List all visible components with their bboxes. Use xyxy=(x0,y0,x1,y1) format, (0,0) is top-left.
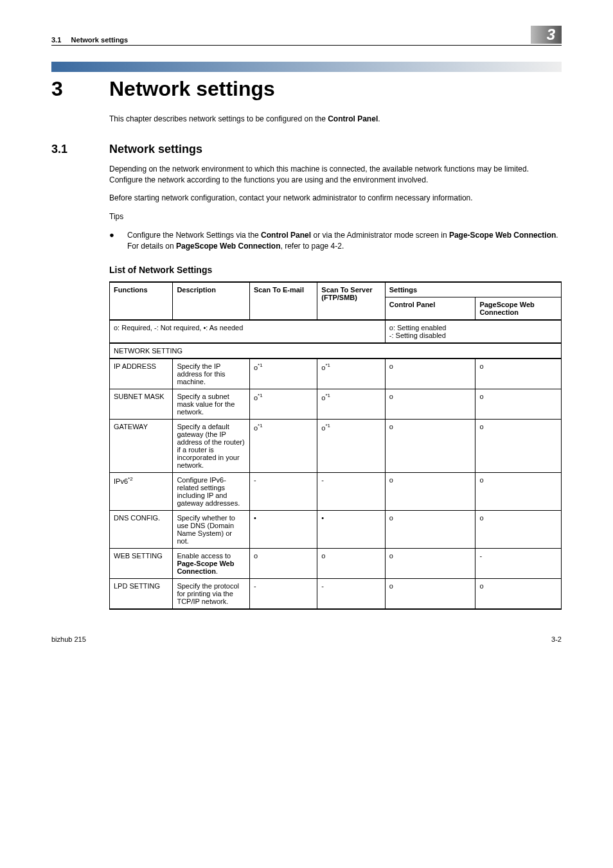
cell-scan-server: o*1 xyxy=(317,359,385,389)
cell-scan-email: - xyxy=(249,578,317,609)
cell-control-panel: o xyxy=(385,510,475,548)
col-control-panel: Control Panel xyxy=(385,297,475,320)
cell-control-panel: o xyxy=(385,578,475,609)
table-heading: List of Network Settings xyxy=(109,265,562,275)
table-row: LPD SETTINGSpecify the protocol for prin… xyxy=(110,578,562,609)
section-p2: Before starting network configuration, c… xyxy=(109,193,562,204)
cell-description: Configure IPv6-related settings includin… xyxy=(173,472,250,510)
cell-function: DNS CONFIG. xyxy=(110,510,173,548)
cell-scan-server: • xyxy=(317,510,385,548)
chapter-number: 3 xyxy=(51,77,109,101)
gradient-divider xyxy=(51,62,562,72)
table-legend-row: o: Required, -: Not required, •: As need… xyxy=(110,320,562,343)
footer-right: 3-2 xyxy=(551,635,562,643)
header-section-text: Network settings xyxy=(71,36,129,44)
table-row: GATEWAYSpecify a default gateway (the IP… xyxy=(110,419,562,472)
cell-pagescope: - xyxy=(475,548,562,578)
col-pagescope: PageScope Web Connection xyxy=(475,297,562,320)
bullet-icon: ● xyxy=(109,230,127,252)
cell-function: LPD SETTING xyxy=(110,578,173,609)
cell-control-panel: o xyxy=(385,419,475,472)
col-functions: Functions xyxy=(110,282,173,320)
chapter-intro: This chapter describes network settings … xyxy=(109,114,562,125)
col-scan-server: Scan To Server (FTP/SMB) xyxy=(317,282,385,320)
col-description: Description xyxy=(173,282,250,320)
cell-pagescope: o xyxy=(475,472,562,510)
cell-scan-server: o*1 xyxy=(317,419,385,472)
cell-description: Specify whether to use DNS (Domain Name … xyxy=(173,510,250,548)
intro-bold: Control Panel xyxy=(328,114,378,123)
cell-scan-email: o*1 xyxy=(249,359,317,389)
network-settings-table: Functions Description Scan To E-mail Sca… xyxy=(109,281,562,610)
cell-scan-server: o*1 xyxy=(317,389,385,419)
tips-label: Tips xyxy=(109,211,562,222)
cell-scan-email: • xyxy=(249,510,317,548)
legend-left: o: Required, -: Not required, •: As need… xyxy=(110,320,386,343)
intro-text: This chapter describes network settings … xyxy=(109,114,328,123)
cell-control-panel: o xyxy=(385,389,475,419)
header-section-ref: 3.1 Network settings xyxy=(51,36,128,44)
cell-control-panel: o xyxy=(385,548,475,578)
section-heading: 3.1 Network settings xyxy=(51,143,562,156)
table-row: SUBNET MASKSpecify a subnet mask value f… xyxy=(110,389,562,419)
table-row: IP ADDRESSSpecify the IP address for thi… xyxy=(110,359,562,389)
cell-scan-email: o xyxy=(249,548,317,578)
footer-left: bizhub 215 xyxy=(51,635,86,643)
group-label: NETWORK SETTING xyxy=(110,343,562,359)
cell-scan-server: - xyxy=(317,578,385,609)
cell-pagescope: o xyxy=(475,389,562,419)
page-header: 3.1 Network settings 3 xyxy=(51,26,562,46)
page-footer: bizhub 215 3-2 xyxy=(51,635,562,643)
cell-control-panel: o xyxy=(385,472,475,510)
tips-bullet: ● Configure the Network Settings via the… xyxy=(109,230,562,252)
cell-scan-server: o xyxy=(317,548,385,578)
legend-right: o: Setting enabled -: Setting disabled xyxy=(385,320,561,343)
cell-scan-email: o*1 xyxy=(249,389,317,419)
cell-scan-email: o*1 xyxy=(249,419,317,472)
table-group-row: NETWORK SETTING xyxy=(110,343,562,359)
table-row: WEB SETTINGEnable access to Page-Scope W… xyxy=(110,548,562,578)
cell-function: IP ADDRESS xyxy=(110,359,173,389)
chapter-badge: 3 xyxy=(531,26,562,44)
intro-suffix: . xyxy=(378,114,380,123)
cell-description: Specify a subnet mask value for the netw… xyxy=(173,389,250,419)
section-number: 3.1 xyxy=(51,143,109,156)
table-row: IPv6*2Configure IPv6-related settings in… xyxy=(110,472,562,510)
cell-description: Specify the IP address for this machine. xyxy=(173,359,250,389)
cell-description: Enable access to Page-Scope Web Connecti… xyxy=(173,548,250,578)
chapter-heading: 3 Network settings xyxy=(51,77,562,101)
chapter-title: Network settings xyxy=(109,77,275,101)
cell-function: GATEWAY xyxy=(110,419,173,472)
col-settings: Settings xyxy=(385,282,561,297)
cell-description: Specify the protocol for printing via th… xyxy=(173,578,250,609)
cell-function: IPv6*2 xyxy=(110,472,173,510)
cell-scan-server: - xyxy=(317,472,385,510)
table-header-row1: Functions Description Scan To E-mail Sca… xyxy=(110,282,562,297)
bullet-text: Configure the Network Settings via the C… xyxy=(127,230,562,252)
cell-scan-email: - xyxy=(249,472,317,510)
cell-function: WEB SETTING xyxy=(110,548,173,578)
cell-description: Specify a default gateway (the IP addres… xyxy=(173,419,250,472)
table-body: IP ADDRESSSpecify the IP address for thi… xyxy=(110,359,562,609)
header-section-num: 3.1 xyxy=(51,36,61,44)
cell-pagescope: o xyxy=(475,510,562,548)
section-title: Network settings xyxy=(109,143,202,156)
section-p1: Depending on the network environment to … xyxy=(109,164,562,186)
cell-control-panel: o xyxy=(385,359,475,389)
table-row: DNS CONFIG.Specify whether to use DNS (D… xyxy=(110,510,562,548)
cell-pagescope: o xyxy=(475,578,562,609)
cell-pagescope: o xyxy=(475,359,562,389)
cell-pagescope: o xyxy=(475,419,562,472)
col-scan-email: Scan To E-mail xyxy=(249,282,317,320)
cell-function: SUBNET MASK xyxy=(110,389,173,419)
